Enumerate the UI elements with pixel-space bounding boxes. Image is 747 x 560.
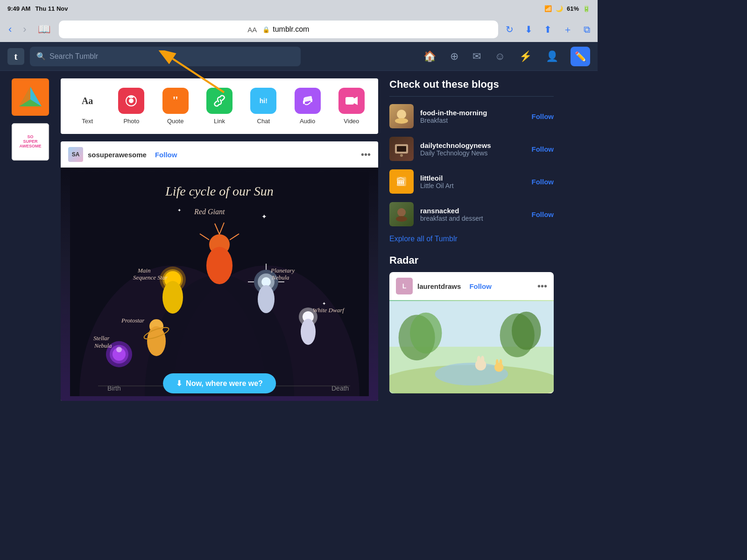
forward-button[interactable]: › [20,21,29,37]
home-icon[interactable]: 🏠 [422,49,438,64]
svg-point-6 [129,98,134,103]
nav-icons: 🏠 ⊕ ✉ ☺ ⚡ 👤 ✏️ [422,47,590,66]
wifi-icon: 📶 [544,5,552,12]
follow-button-oil[interactable]: Follow [532,178,554,186]
back-button[interactable]: ‹ [6,21,14,37]
post-type-quote[interactable]: " Quote [162,88,189,125]
follow-button-tech[interactable]: Follow [532,145,554,153]
radar-follow-button[interactable]: Follow [469,282,492,290]
tabs-button[interactable]: ⧉ [582,22,592,37]
sun-art: Life cycle of our Sun Red Giant ✦ ✦ [61,168,378,401]
account-icon[interactable]: 👤 [544,49,560,64]
svg-point-78 [475,359,486,370]
search-bar[interactable]: 🔍 [30,47,301,66]
svg-text:Main: Main [137,267,150,274]
blog-list-item-food[interactable]: food-in-the-morning Breakfast Follow [389,104,554,128]
radar-more-button[interactable]: ••• [537,281,547,292]
svg-point-65 [400,154,403,157]
svg-point-39 [258,285,275,313]
svg-rect-64 [397,146,406,152]
svg-point-83 [500,359,502,365]
svg-point-68 [397,208,406,217]
explore-icon[interactable]: ⊕ [448,49,460,64]
post-type-link[interactable]: Link [206,88,233,125]
blog-avatar-tech [389,137,414,161]
download-button[interactable]: ⬇ [523,22,535,37]
add-tab-button[interactable]: ＋ [561,21,574,38]
status-time: 9:49 AM [7,5,30,12]
svg-point-80 [481,356,485,364]
follow-button-food[interactable]: Follow [532,112,554,120]
aa-button[interactable]: AA [247,26,257,34]
svg-rect-9 [310,98,312,102]
svg-point-44 [301,319,316,345]
blog-name-oil: littleoil [420,174,525,182]
post-type-chat[interactable]: hi! Chat [250,88,276,125]
post-follow-button[interactable]: Follow [155,151,177,159]
radar-author-avatar[interactable]: L [396,278,413,294]
continue-reading-button[interactable]: ⬇ Now, where were we? [163,373,276,393]
post-card: SA sosuperawesome Follow ••• [61,141,378,401]
svg-text:✦: ✦ [261,213,267,220]
emoji-icon[interactable]: ☺ [493,49,507,64]
svg-rect-7 [129,96,134,98]
lock-icon: 🔒 [262,26,270,33]
svg-point-69 [396,216,407,222]
blog-list-item-ran[interactable]: ransnacked breakfast and dessert Follow [389,202,554,226]
post-type-audio[interactable]: Audio [295,88,321,125]
post-type-video[interactable]: Video [338,88,365,125]
post-more-button[interactable]: ••• [361,149,371,160]
safari-bar: ‹ › 📖 AA 🔒 tumblr.com ↻ ⬇ ⬆ ＋ ⧉ [0,17,598,42]
radar-author-name: laurentdraws [417,282,461,290]
battery-indicator: 61% [567,5,579,12]
lightning-icon[interactable]: ⚡ [517,49,534,64]
post-type-photo[interactable]: Photo [118,88,144,125]
address-bar[interactable]: AA 🔒 tumblr.com [59,21,498,38]
url-text: tumblr.com [273,25,309,34]
svg-point-81 [494,363,504,372]
right-sidebar: Check out these blogs food-in-the-mornin… [378,71,565,408]
svg-text:Death: Death [331,385,349,392]
reload-button[interactable]: ↻ [504,22,515,37]
post-type-text[interactable]: Aa Text [74,88,100,125]
down-arrow-icon: ⬇ [176,379,182,388]
status-time-area: 9:49 AM Thu 11 Nov [7,5,68,12]
svg-point-61 [397,110,406,119]
radar-card-header: L laurentdraws Follow ••• [389,272,554,300]
svg-point-79 [477,356,481,364]
radar-title: Radar [389,254,554,266]
svg-text:Life cycle of our Sun: Life cycle of our Sun [165,184,274,198]
svg-text:Sequence Star: Sequence Star [133,274,168,281]
blog-tagline-food: Breakfast [420,117,525,124]
post-header: SA sosuperawesome Follow ••• [61,141,378,168]
main-content: SOSUPERAWESOME Aa Text Photo " Quote [0,71,598,408]
blog-list-item-oil[interactable]: 🏛 littleoil Little Oil Art Follow [389,169,554,194]
svg-rect-8 [303,100,305,104]
post-author-avatar[interactable]: SA [68,147,83,162]
blog-list-item-tech[interactable]: dailytechnologynews Daily Technology New… [389,137,554,161]
tumblr-logo[interactable]: t [7,48,24,65]
svg-text:✦: ✦ [322,301,326,306]
safari-actions: ↻ ⬇ ⬆ ＋ ⧉ [504,21,592,38]
explore-all-link[interactable]: Explore all of Tumblr [389,235,554,243]
svg-rect-10 [345,97,354,105]
svg-text:Birth: Birth [107,385,121,392]
svg-point-82 [496,359,499,365]
avatar-pyramid[interactable] [12,78,49,116]
svg-text:Stellar: Stellar [93,335,110,342]
avatar-superawesome[interactable]: SOSUPERAWESOME [12,123,49,161]
search-input[interactable] [49,52,294,61]
share-button[interactable]: ⬆ [542,22,554,37]
blog-name-tech: dailytechnologynews [420,141,525,149]
check-blogs-title: Check out these blogs [389,78,554,91]
follow-button-ran[interactable]: Follow [532,210,554,218]
mail-icon[interactable]: ✉ [471,49,483,64]
post-author: SA sosuperawesome Follow [68,147,177,162]
radar-image [389,300,554,393]
svg-text:Protostar: Protostar [121,317,145,324]
moon-icon: 🌙 [556,5,563,12]
search-icon: 🔍 [36,52,46,61]
blog-avatar-food [389,104,414,128]
bookmarks-button[interactable]: 📖 [35,21,53,37]
compose-button[interactable]: ✏️ [571,47,590,66]
